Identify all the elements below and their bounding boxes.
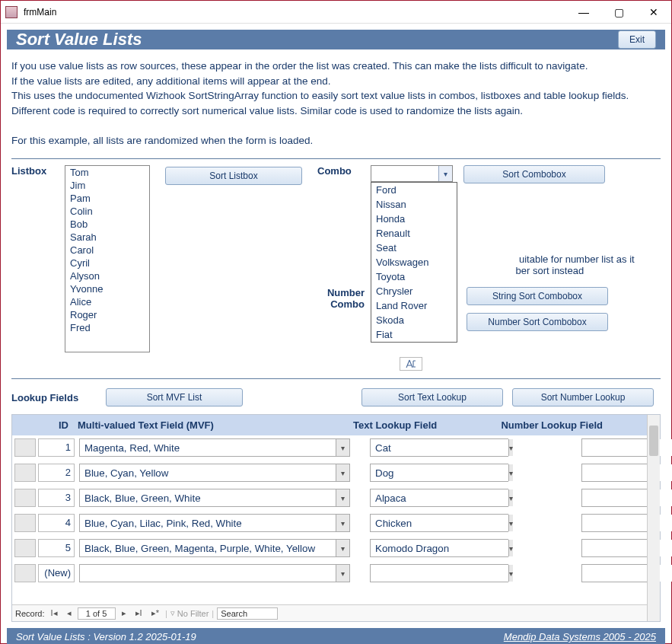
recnav-next-button[interactable]: ▸	[119, 608, 129, 618]
listbox-item[interactable]: Fred	[65, 321, 149, 334]
combo-option[interactable]: Renault	[371, 226, 457, 241]
combo-option[interactable]: Nissan	[371, 197, 457, 212]
grid-cell-dropdown[interactable]: ▾	[370, 438, 508, 457]
sort-mvf-button[interactable]: Sort MVF List	[106, 388, 243, 406]
grid-cell-input[interactable]	[371, 540, 508, 556]
scrollbar-thumb[interactable]	[649, 426, 658, 456]
row-selector[interactable]	[14, 489, 36, 507]
grid-cell-input[interactable]	[371, 565, 508, 582]
recnav-filter[interactable]: ▿ No Filter	[170, 608, 209, 618]
listbox-item[interactable]: Sarah	[65, 231, 149, 244]
grid-cell-dropdown[interactable]: ▾	[79, 464, 350, 482]
chevron-down-icon[interactable]: ▾	[508, 515, 513, 531]
sort-combobox-button[interactable]: Sort Combobox	[463, 165, 605, 183]
grid-cell-dropdown[interactable]: ▾	[581, 438, 647, 457]
exit-button[interactable]: Exit	[618, 30, 656, 49]
grid-cell-dropdown[interactable]: ▾	[370, 514, 508, 532]
combo-text[interactable]	[371, 166, 438, 181]
grid-cell-dropdown[interactable]: ▾	[581, 539, 647, 557]
grid-cell-input[interactable]	[371, 515, 508, 531]
id-cell[interactable]: 3	[38, 489, 75, 507]
combo-option[interactable]: Land Rover	[371, 298, 457, 313]
combo-option[interactable]: Volkswagen	[371, 255, 457, 269]
recnav-first-button[interactable]: I◂	[48, 608, 61, 618]
minimize-button[interactable]: —	[566, 1, 601, 24]
grid-cell-dropdown[interactable]: ▾	[79, 564, 350, 582]
ime-icon[interactable]	[400, 357, 422, 371]
listbox-item[interactable]: Yvonne	[65, 282, 149, 295]
number-sort-combobox-button[interactable]: Number Sort Combobox	[467, 313, 608, 331]
chevron-down-icon[interactable]: ▾	[336, 439, 349, 456]
listbox-item[interactable]: Bob	[65, 218, 149, 231]
row-selector[interactable]	[14, 564, 36, 582]
grid-cell-dropdown[interactable]: ▾	[79, 489, 350, 507]
chevron-down-icon[interactable]: ▾	[508, 489, 513, 506]
row-selector[interactable]	[14, 464, 36, 482]
recnav-prev-button[interactable]: ◂	[64, 608, 75, 618]
close-button[interactable]: ✕	[636, 1, 671, 24]
grid-cell-input[interactable]	[371, 489, 508, 506]
grid-cell-dropdown[interactable]: ▾	[370, 564, 508, 582]
grid-cell-input[interactable]	[371, 464, 508, 481]
listbox[interactable]: TomJimPamColinBobSarahCarolCyrilAlysonYv…	[65, 165, 150, 352]
combo-option[interactable]: Honda	[371, 212, 457, 226]
recnav-search[interactable]: Search	[217, 607, 278, 620]
chevron-down-icon[interactable]: ▾	[336, 489, 349, 506]
listbox-item[interactable]: Tom	[65, 166, 149, 179]
listbox-item[interactable]: Alyson	[65, 269, 149, 282]
id-cell[interactable]: 2	[38, 464, 75, 482]
chevron-down-icon[interactable]: ▾	[336, 464, 349, 481]
footer-link[interactable]: Mendip Data Systems 2005 - 2025	[504, 631, 656, 642]
chevron-down-icon[interactable]: ▾	[508, 439, 513, 456]
chevron-down-icon[interactable]: ▾	[336, 515, 349, 531]
chevron-down-icon[interactable]: ▾	[508, 565, 513, 582]
recnav-position[interactable]: 1 of 5	[78, 607, 116, 620]
id-cell[interactable]: 5	[38, 539, 75, 557]
combo-option[interactable]: Skoda	[371, 313, 457, 327]
row-selector[interactable]	[14, 438, 36, 457]
sort-number-lookup-button[interactable]: Sort Number Lookup	[512, 388, 654, 406]
chevron-down-icon[interactable]: ▾	[438, 166, 452, 181]
combo-option[interactable]: Seat	[371, 241, 457, 255]
row-selector[interactable]	[14, 539, 36, 557]
grid-cell-dropdown[interactable]: ▾	[370, 489, 508, 507]
grid-cell-dropdown[interactable]: ▾	[79, 539, 350, 557]
grid-cell-input[interactable]	[80, 540, 336, 556]
combo-option[interactable]: Chrysler	[371, 284, 457, 298]
row-selector[interactable]	[14, 514, 36, 532]
chevron-down-icon[interactable]: ▾	[336, 565, 349, 582]
grid-cell-input[interactable]	[80, 489, 336, 506]
listbox-item[interactable]: Pam	[65, 192, 149, 205]
grid-cell-dropdown[interactable]: ▾	[370, 539, 508, 557]
grid-scrollbar[interactable]	[647, 415, 660, 621]
chevron-down-icon[interactable]: ▾	[508, 540, 513, 556]
sort-listbox-button[interactable]: Sort Listbox	[165, 167, 302, 185]
grid-cell-dropdown[interactable]: ▾	[581, 489, 647, 507]
combo-option[interactable]: Fiat	[371, 327, 457, 342]
grid-cell-dropdown[interactable]: ▾	[581, 514, 647, 532]
combo-option[interactable]: Ford	[371, 183, 457, 197]
grid-cell-input[interactable]	[80, 565, 336, 582]
listbox-item[interactable]: Roger	[65, 308, 149, 321]
combo-option[interactable]: Toyota	[371, 269, 457, 284]
combo-dropdown[interactable]: FordNissanHondaRenaultSeatVolkswagenToyo…	[371, 182, 457, 343]
grid-cell-input[interactable]	[80, 464, 336, 481]
maximize-button[interactable]: ▢	[601, 1, 636, 24]
grid-cell-dropdown[interactable]: ▾	[581, 564, 647, 582]
recnav-new-button[interactable]: ▸*	[148, 608, 162, 618]
listbox-item[interactable]: Colin	[65, 205, 149, 218]
grid-cell-dropdown[interactable]: ▾	[370, 464, 508, 482]
id-cell[interactable]: 4	[38, 514, 75, 532]
grid-cell-input[interactable]	[371, 439, 508, 456]
sort-text-lookup-button[interactable]: Sort Text Lookup	[361, 388, 503, 406]
recnav-last-button[interactable]: ▸I	[132, 608, 145, 618]
listbox-item[interactable]: Carol	[65, 244, 149, 257]
listbox-item[interactable]: Jim	[65, 179, 149, 192]
chevron-down-icon[interactable]: ▾	[508, 464, 513, 481]
string-sort-combobox-button[interactable]: String Sort Combobox	[467, 287, 608, 305]
combo-input[interactable]: ▾	[371, 165, 453, 182]
grid-cell-dropdown[interactable]: ▾	[581, 464, 647, 482]
grid-cell-dropdown[interactable]: ▾	[79, 514, 350, 532]
listbox-item[interactable]: Alice	[65, 295, 149, 308]
listbox-item[interactable]: Cyril	[65, 257, 149, 269]
